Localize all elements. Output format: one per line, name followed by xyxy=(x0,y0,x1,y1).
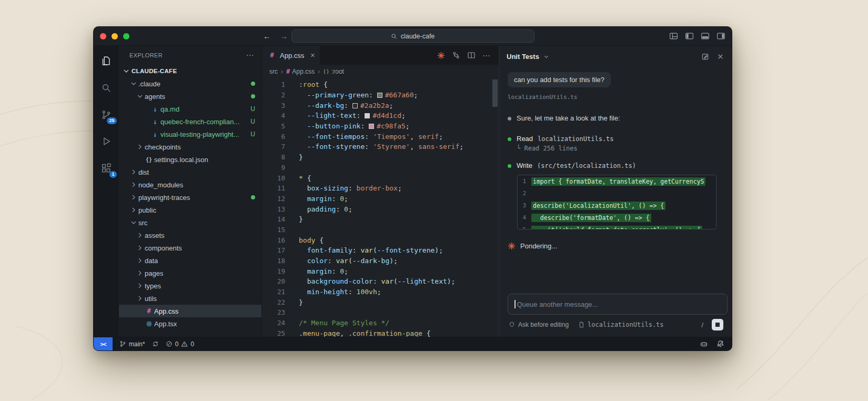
breadcrumb-symbol[interactable]: :root xyxy=(323,68,344,75)
read-tool-call[interactable]: ReadlocalizationUtils.ts └ Read 256 line… xyxy=(508,135,723,152)
source-control-activity-button[interactable]: 25 xyxy=(94,101,119,128)
css-file-icon: # xyxy=(286,68,290,75)
line-number: 16 xyxy=(262,236,285,244)
git-untracked-badge: U xyxy=(250,118,255,125)
tree-item-settings-local-json[interactable]: {}settings.local.json xyxy=(119,153,261,166)
code-lines: 1:root {2 --primary-green: #667a60;3 --d… xyxy=(262,79,499,337)
explorer-activity-button[interactable] xyxy=(94,47,119,74)
tree-item-data[interactable]: data xyxy=(119,254,261,267)
slash-command-hint[interactable]: / xyxy=(701,321,703,329)
tree-item-claude[interactable]: .claude xyxy=(119,77,261,90)
claude-starburst-icon[interactable] xyxy=(437,52,445,59)
chevron-down-icon[interactable] xyxy=(543,53,550,60)
tree-item-app-tsx[interactable]: App.tsx xyxy=(119,317,261,330)
close-panel-icon[interactable] xyxy=(716,53,724,61)
tree-item-assets[interactable]: assets xyxy=(119,229,261,242)
remote-indicator[interactable]: >< xyxy=(94,337,113,350)
write-tool-call[interactable]: Write(src/test/localization.ts) xyxy=(508,162,723,169)
tree-item-components[interactable]: components xyxy=(119,242,261,254)
toggle-secondary-sidebar-icon[interactable] xyxy=(716,32,725,41)
git-branch-status[interactable]: main* xyxy=(119,340,145,348)
tree-item-node-modules[interactable]: node_modules xyxy=(119,178,261,191)
explorer-more-actions-icon[interactable]: ⋯ xyxy=(246,51,254,60)
workspace-root-folder[interactable]: CLAUDE-CAFE xyxy=(119,65,261,77)
breadcrumb-folder[interactable]: src xyxy=(269,68,278,75)
tree-item-agents[interactable]: agents xyxy=(119,90,261,103)
code-line-21: 21 min-height: 100vh; xyxy=(262,287,499,297)
diff-line-number: 4 xyxy=(518,214,531,221)
diff-code-block[interactable]: 1import { formatDate, translateKey, getC… xyxy=(517,175,716,229)
tree-item-qa-md[interactable]: ↓qa.mdU xyxy=(119,103,261,115)
compare-changes-icon[interactable] xyxy=(452,51,460,59)
toggle-primary-sidebar-icon[interactable] xyxy=(685,32,694,41)
close-window-button[interactable] xyxy=(100,33,106,39)
editor-scrollbar[interactable] xyxy=(492,79,498,107)
code-line-5: 5 --button-pink: #c98fa5; xyxy=(262,121,499,132)
back-button[interactable]: ← xyxy=(263,32,271,41)
diff-line-number: 5 xyxy=(518,226,531,229)
claude-chat-panel: Unit Tests can you add tests for this fi… xyxy=(499,46,732,337)
sync-changes-button[interactable] xyxy=(152,340,159,347)
tree-item-visual-testing-playwright[interactable]: ↓visual-testing-playwright...U xyxy=(119,128,261,141)
attached-file-chip[interactable]: localizationUtils.ts xyxy=(578,321,664,328)
line-number: 12 xyxy=(262,195,285,203)
code-line-6: 6 --font-tiempos: 'Tiempos', serif; xyxy=(262,131,499,142)
command-center-search[interactable]: claude-cafe xyxy=(291,29,534,43)
split-editor-icon[interactable] xyxy=(467,51,476,59)
line-number: 10 xyxy=(262,174,285,182)
maximize-window-button[interactable] xyxy=(123,33,129,39)
tree-item-checkpoints[interactable]: checkpoints xyxy=(119,141,261,153)
permission-mode-selector[interactable]: Ask before editing xyxy=(509,321,569,328)
diff-line-number: 3 xyxy=(518,202,531,209)
chat-input-box[interactable] xyxy=(508,294,728,315)
editor-more-actions-icon[interactable]: ⋯ xyxy=(482,52,490,59)
search-activity-button[interactable] xyxy=(94,74,119,101)
chevron-right-icon xyxy=(136,256,144,265)
copilot-icon[interactable] xyxy=(700,340,708,348)
customize-layout-icon[interactable] xyxy=(669,32,678,41)
breadcrumb-file[interactable]: #App.css xyxy=(286,68,315,75)
forward-button[interactable]: → xyxy=(280,32,288,41)
git-untracked-badge: U xyxy=(250,105,255,113)
toggle-panel-icon[interactable] xyxy=(701,32,710,41)
code-line-8: 8} xyxy=(262,152,499,163)
extensions-activity-button[interactable]: 1 xyxy=(94,155,119,182)
tree-item-public[interactable]: public xyxy=(119,204,261,216)
warnings-icon xyxy=(181,340,188,347)
tree-item-dist[interactable]: dist xyxy=(119,166,261,178)
extensions-badge: 1 xyxy=(109,171,117,178)
stop-generation-button[interactable] xyxy=(712,319,723,330)
tree-item-quebec-french-complian[interactable]: ↓quebec-french-complian...U xyxy=(119,115,261,128)
assistant-message-text: Sure, let me take a look at the file: xyxy=(517,114,620,122)
command-center-label: claude-cafe xyxy=(401,33,435,40)
close-tab-icon[interactable]: × xyxy=(310,51,315,59)
tree-item-pages[interactable]: pages xyxy=(119,267,261,279)
run-debug-activity-button[interactable] xyxy=(94,128,119,155)
error-count: 0 xyxy=(175,340,179,348)
tree-item-label: public xyxy=(138,206,156,214)
modified-dot-badge xyxy=(251,82,255,86)
shield-icon xyxy=(509,322,515,328)
new-chat-icon[interactable] xyxy=(701,53,709,61)
tree-item-src[interactable]: src xyxy=(119,216,261,229)
minimize-window-button[interactable] xyxy=(112,33,118,39)
chevron-right-icon xyxy=(129,193,138,202)
code-line-1: 1:root { xyxy=(262,79,499,90)
tree-item-app-css[interactable]: #App.css xyxy=(119,305,261,317)
problems-status[interactable]: 0 0 xyxy=(166,340,194,348)
tree-item-playwright-traces[interactable]: playwright-traces xyxy=(119,191,261,204)
tree-item-utils[interactable]: utils xyxy=(119,292,261,305)
markdown-file-icon: ↓ xyxy=(150,131,160,138)
code-line-13: 13 padding: 0; xyxy=(262,204,499,214)
notifications-muted-icon[interactable] xyxy=(716,340,724,348)
tree-item-types[interactable]: types xyxy=(119,279,261,292)
sidebar-header: EXPLORER ⋯ xyxy=(119,46,261,65)
tab-app-css[interactable]: # App.css × xyxy=(262,46,320,65)
chat-input[interactable] xyxy=(517,300,721,308)
modified-dot-badge xyxy=(251,195,255,199)
code-line-18: 18 color: var(--dark-bg); xyxy=(262,256,499,266)
color-swatch xyxy=(352,103,358,108)
diff-line-text: describe('formatDate', () => { xyxy=(531,214,651,222)
code-editor[interactable]: 1:root {2 --primary-green: #667a60;3 --d… xyxy=(262,78,499,337)
code-line-10: 10* { xyxy=(262,173,499,183)
